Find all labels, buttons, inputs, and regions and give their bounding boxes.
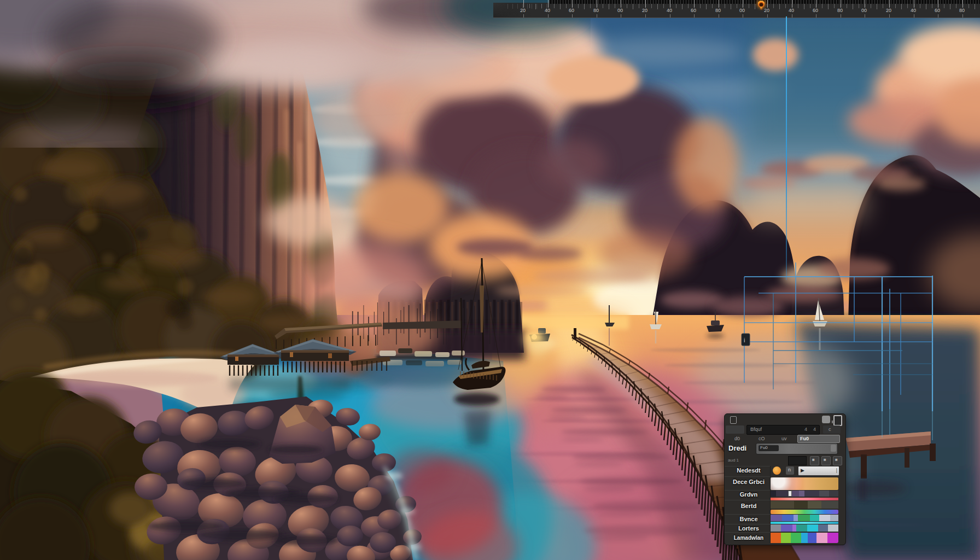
svg-text:i: i	[744, 337, 745, 343]
